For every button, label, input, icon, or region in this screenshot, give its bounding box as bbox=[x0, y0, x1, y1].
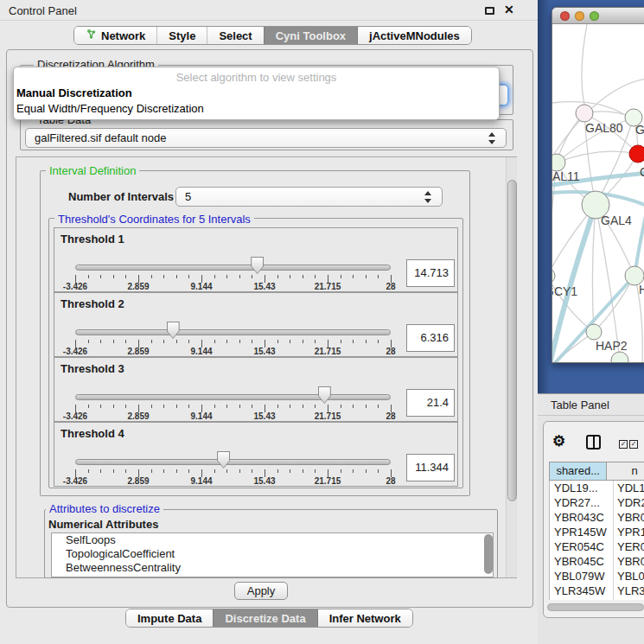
slider-tick-label: -3.426 bbox=[56, 282, 94, 291]
slider-tick bbox=[366, 275, 367, 278]
threshold-value-field[interactable]: 21.4 bbox=[406, 389, 455, 417]
numerical-attributes-label: Numerical Attributes bbox=[48, 518, 162, 531]
slider-tick bbox=[125, 405, 126, 408]
threshold-value-field[interactable]: 6.316 bbox=[406, 324, 455, 352]
slider-tick bbox=[226, 469, 227, 473]
table-row[interactable]: YBL079WYBL0 bbox=[550, 569, 644, 583]
tab-cyni-toolbox[interactable]: Cyni Toolbox bbox=[264, 27, 357, 44]
threshold-value-field[interactable]: 14.713 bbox=[406, 259, 455, 287]
tab-impute-data[interactable]: Impute Data bbox=[126, 609, 213, 627]
table-row[interactable]: YIL052CYIL0 bbox=[550, 598, 644, 600]
close-traffic-light-icon[interactable] bbox=[560, 11, 570, 21]
network-window-titlebar[interactable] bbox=[552, 8, 644, 24]
slider-track[interactable] bbox=[75, 459, 391, 465]
bottom-tab-bar: Impute DataDiscretize DataInfer Network bbox=[125, 609, 413, 628]
table-hscrollbar-thumb[interactable] bbox=[547, 603, 644, 611]
table-row[interactable]: YDR27...YDR2 bbox=[550, 495, 644, 510]
tab-infer-network[interactable]: Infer Network bbox=[317, 609, 412, 627]
slider-tick-label: 9.144 bbox=[182, 282, 220, 291]
tab-network[interactable]: Network bbox=[74, 27, 156, 44]
threshold-label: Threshold 3 bbox=[61, 362, 124, 375]
checkbox-icon[interactable]: ✓ bbox=[619, 440, 628, 449]
column-header-shared-name[interactable]: shared... bbox=[549, 462, 607, 481]
dropdown-option-manual-discretization[interactable]: Manual Discretization bbox=[16, 86, 132, 99]
tab-select[interactable]: Select bbox=[207, 27, 263, 44]
slider-tick-label: 28 bbox=[372, 411, 410, 421]
slider-tick bbox=[188, 275, 189, 278]
slider-tick bbox=[113, 469, 114, 473]
slider-thumb[interactable] bbox=[318, 386, 331, 404]
minimize-traffic-light-icon[interactable] bbox=[575, 11, 584, 21]
slider-tick-label: 21.715 bbox=[309, 347, 347, 356]
bottom-node[interactable] bbox=[611, 352, 628, 363]
table-row[interactable]: YBR045CYBR0 bbox=[550, 554, 644, 569]
slider-tick bbox=[252, 405, 252, 408]
slider-tick bbox=[88, 340, 89, 343]
tab-jactivemnodules[interactable]: jActiveMNodules bbox=[357, 27, 471, 44]
slider-tick bbox=[88, 469, 89, 473]
GAL80-node[interactable] bbox=[576, 105, 593, 122]
panel-scrollbar-thumb[interactable] bbox=[507, 180, 517, 501]
column-header-name[interactable]: n bbox=[606, 462, 644, 481]
panel-scrollbar-track[interactable] bbox=[506, 157, 517, 577]
tab-label: jActiveMNodules bbox=[369, 29, 460, 42]
slider-tick bbox=[214, 469, 215, 473]
float-window-icon[interactable] bbox=[485, 7, 494, 15]
slider-tick-label: 28 bbox=[372, 347, 410, 356]
slider-thumb[interactable] bbox=[217, 451, 230, 469]
list-item[interactable]: SelfLoops bbox=[52, 533, 493, 547]
slider-track[interactable] bbox=[75, 265, 391, 271]
list-item[interactable]: TopologicalCoefficient bbox=[52, 547, 493, 561]
attributes-scrollbar-thumb[interactable] bbox=[484, 534, 493, 574]
dropdown-hint: Select algorithm to view settings bbox=[14, 71, 499, 84]
slider-tick-label: -3.426 bbox=[56, 476, 94, 486]
threshold-value-field[interactable]: 11.344 bbox=[406, 454, 455, 481]
table-row[interactable]: YER054CYER0 bbox=[550, 539, 644, 554]
slider-tick-label: 15.43 bbox=[245, 476, 284, 486]
close-icon[interactable]: ✕ bbox=[504, 3, 514, 16]
tab-discretize-data[interactable]: Discretize Data bbox=[213, 609, 316, 627]
GCY1-node[interactable] bbox=[552, 268, 555, 284]
network-view-window[interactable]: GAL80GCGAL11GAL4GCY1HHAP2 bbox=[552, 7, 644, 363]
table-row[interactable]: YDL19...YDL1 bbox=[550, 481, 644, 495]
split-columns-icon[interactable] bbox=[586, 435, 601, 450]
combo-stepper-icon bbox=[488, 132, 496, 144]
node-table: shared... n YDL19...YDL1YDR27...YDR2YBR0… bbox=[549, 462, 644, 600]
zoom-traffic-light-icon[interactable] bbox=[590, 11, 599, 21]
cell-name: YIL0 bbox=[613, 598, 641, 600]
red-node[interactable] bbox=[629, 145, 644, 163]
slider-thumb[interactable] bbox=[167, 322, 180, 339]
slider-thumb[interactable] bbox=[251, 257, 264, 274]
network-canvas[interactable]: GAL80GCGAL11GAL4GCY1HHAP2 bbox=[552, 24, 644, 363]
table-data-combobox[interactable]: galFiltered.sif default node bbox=[25, 128, 507, 148]
number-of-intervals-label: Number of Intervals bbox=[68, 190, 174, 203]
spinner-stepper-icon bbox=[424, 191, 432, 203]
control-panel-titlebar: Control Panel ✕ bbox=[0, 0, 538, 21]
table-row[interactable]: YLR345WYLR3 bbox=[550, 583, 644, 598]
tab-style[interactable]: Style bbox=[156, 27, 207, 44]
slider-tick bbox=[252, 275, 252, 278]
slider-track[interactable] bbox=[75, 394, 391, 400]
dropdown-option-equal-width[interactable]: Equal Width/Frequency Discretization bbox=[16, 102, 204, 115]
node-label: GAL80 bbox=[585, 121, 623, 135]
slider-tick bbox=[341, 275, 341, 278]
list-item[interactable]: BetweennessCentrality bbox=[52, 561, 493, 575]
slider-tick bbox=[188, 469, 189, 473]
table-row[interactable]: YBR043CYBR0 bbox=[550, 510, 644, 525]
HAP2-node[interactable] bbox=[586, 324, 602, 340]
apply-button[interactable]: Apply bbox=[234, 582, 288, 600]
slider-tick bbox=[378, 275, 379, 278]
table-row[interactable]: YPR145WYPR1 bbox=[550, 525, 644, 539]
tab-label: Style bbox=[169, 29, 195, 42]
slider-track[interactable] bbox=[75, 329, 391, 335]
threshold-row: Threshold 2-3.4262.8599.14415.4321.71528… bbox=[54, 292, 458, 357]
slider-tick bbox=[125, 340, 126, 343]
gear-icon[interactable]: ⚙ bbox=[552, 432, 565, 450]
numerical-attributes-list[interactable]: SelfLoopsTopologicalCoefficientBetweenne… bbox=[51, 532, 494, 577]
slider-tick bbox=[366, 405, 367, 408]
GAL11-node[interactable] bbox=[552, 154, 565, 171]
threshold-row: Threshold 3-3.4262.8599.14415.4321.71528… bbox=[54, 357, 458, 422]
number-of-intervals-spinner[interactable]: 5 bbox=[175, 187, 443, 207]
checkbox-icon[interactable]: ✓ bbox=[629, 440, 638, 449]
tab-label: Network bbox=[101, 29, 145, 42]
